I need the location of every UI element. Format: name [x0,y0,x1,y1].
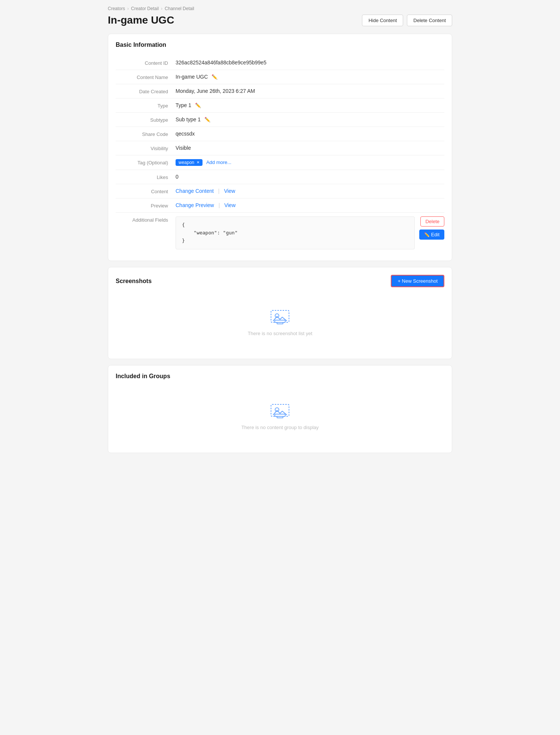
empty-groups-icon [270,402,290,420]
basic-info-title: Basic Information [116,42,444,48]
change-preview-link[interactable]: Change Preview [176,202,214,208]
field-label-content-name: Content Name [116,74,176,80]
edit-icon: ✏️ [424,232,430,237]
field-value-likes: 0 [176,174,444,180]
field-label-share-code: Share Code [116,131,176,137]
screenshots-header: Screenshots + New Screenshot [116,275,444,287]
screenshots-card: Screenshots + New Screenshot There is no… [108,267,452,359]
screenshots-title: Screenshots [116,278,152,285]
field-value-subtype: Sub type 1 ✏️ [176,116,444,122]
groups-title: Included in Groups [116,373,444,380]
breadcrumb-creators[interactable]: Creators [108,6,125,11]
hide-content-button[interactable]: Hide Content [362,15,403,26]
page-header: In-game UGC Hide Content Delete Content [108,14,452,26]
edit-type-icon[interactable]: ✏️ [195,103,201,108]
breadcrumb: Creators › Creator Detail › Channel Deta… [108,6,452,11]
field-content: Content Change Content | View [116,184,444,198]
field-label-tag: Tag (Optional) [116,159,176,165]
new-screenshot-button[interactable]: + New Screenshot [391,275,444,287]
field-visibility: Visibility Visible [116,141,444,155]
content-divider: | [218,188,220,194]
field-content-id: Content ID 326ac82524a846fa88cb8e9ce95b9… [116,56,444,70]
field-content-name: Content Name In-game UGC ✏️ [116,70,444,84]
field-type: Type Type 1 ✏️ [116,98,444,113]
field-label-type: Type [116,102,176,109]
breadcrumb-channel-detail[interactable]: Channel Detail [165,6,194,11]
header-actions: Hide Content Delete Content [362,15,452,26]
field-value-content-id: 326ac82524a846fa88cb8e9ce95b99e5 [176,60,444,66]
breadcrumb-creator-detail[interactable]: Creator Detail [131,6,159,11]
additional-fields-json: { "weapon": "gun" } [176,216,415,249]
tag-close-icon[interactable]: ✕ [197,161,200,164]
groups-card: Included in Groups There is no content g… [108,365,452,453]
field-value-date-created: Monday, June 26th, 2023 6:27 AM [176,88,444,94]
empty-screenshot-icon [270,308,290,326]
preview-divider: | [219,202,220,208]
page-title: In-game UGC [108,14,174,26]
tag-weapon: weapon ✕ [176,159,203,166]
svg-rect-6 [277,416,283,418]
basic-info-card: Basic Information Content ID 326ac82524a… [108,34,452,261]
field-label-content-id: Content ID [116,60,176,66]
delete-additional-fields-button[interactable]: Delete [420,216,444,227]
field-preview: Preview Change Preview | View [116,198,444,213]
screenshots-empty-state: There is no screenshot list yet [116,293,444,351]
change-content-link[interactable]: Change Content [176,188,214,194]
field-likes: Likes 0 [116,170,444,184]
field-value-type: Type 1 ✏️ [176,102,444,108]
field-value-content-name: In-game UGC ✏️ [176,74,444,80]
field-value-visibility: Visible [176,145,444,151]
view-preview-link[interactable]: View [224,202,235,208]
screenshots-empty-message: There is no screenshot list yet [248,331,313,336]
additional-fields-actions: Delete ✏️ Edit [419,216,444,240]
add-more-tags[interactable]: Add more... [206,160,231,165]
field-share-code: Share Code qecssdx [116,127,444,141]
field-label-subtype: Subtype [116,116,176,123]
field-label-additional-fields: Additional Fields [116,216,176,223]
field-tag: Tag (Optional) weapon ✕ Add more... [116,155,444,170]
breadcrumb-sep-2: › [161,6,162,11]
field-additional-fields: Additional Fields { "weapon": "gun" } De… [116,213,444,253]
field-label-likes: Likes [116,174,176,180]
field-label-date-created: Date Created [116,88,176,94]
svg-rect-2 [277,322,283,324]
field-label-visibility: Visibility [116,145,176,151]
field-label-content: Content [116,188,176,194]
edit-additional-fields-button[interactable]: ✏️ Edit [419,230,444,240]
field-value-preview: Change Preview | View [176,202,444,208]
field-date-created: Date Created Monday, June 26th, 2023 6:2… [116,84,444,98]
tag-label: weapon [179,160,194,165]
field-value-tag: weapon ✕ Add more... [176,159,444,166]
field-label-preview: Preview [116,202,176,209]
delete-content-button[interactable]: Delete Content [407,15,452,26]
view-content-link[interactable]: View [224,188,235,194]
breadcrumb-sep-1: › [127,6,129,11]
field-subtype: Subtype Sub type 1 ✏️ [116,113,444,127]
groups-empty-message: There is no content group to display [241,425,319,430]
field-value-content: Change Content | View [176,188,444,194]
edit-content-name-icon[interactable]: ✏️ [211,74,217,80]
groups-empty-state: There is no content group to display [116,387,444,445]
edit-subtype-icon[interactable]: ✏️ [204,117,210,122]
field-value-share-code: qecssdx [176,131,444,137]
